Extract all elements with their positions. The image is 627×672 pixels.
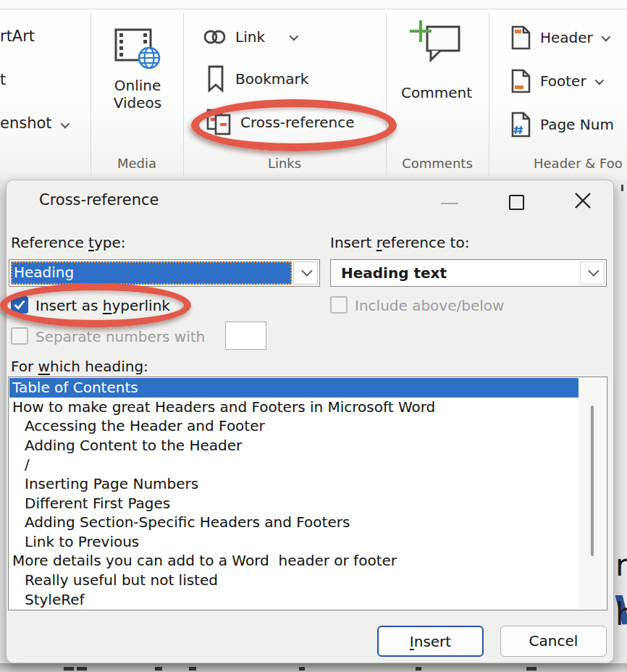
- page-number-label: Page Num: [540, 116, 614, 133]
- footer-label: Footer: [540, 72, 586, 90]
- cancel-button[interactable]: Cancel: [500, 626, 607, 657]
- group-separator: [91, 13, 91, 175]
- insert-reference-to-combobox[interactable]: Heading text: [330, 259, 607, 287]
- insert-reference-to-label: Insert reference to:: [330, 234, 469, 251]
- group-separator: [386, 13, 387, 175]
- online-videos-label-line2: Videos: [101, 94, 174, 112]
- new-comment-icon: [408, 19, 465, 68]
- maximize-button[interactable]: [509, 195, 524, 210]
- group-label-media: Media: [91, 154, 183, 174]
- reference-type-selected-value: Heading: [11, 261, 292, 285]
- background-text-fragment: [64, 667, 74, 671]
- comment-label: Comment: [390, 84, 484, 101]
- chevron-down-icon: [601, 32, 610, 41]
- comment-button[interactable]: Comment: [390, 19, 484, 109]
- heading-list-item[interactable]: Different First Pages: [9, 494, 580, 513]
- chevron-down-icon: [594, 75, 604, 85]
- background-text-fragment: [77, 667, 87, 671]
- header-label: Header: [540, 29, 593, 46]
- reference-type-combobox[interactable]: Heading: [9, 259, 320, 287]
- separate-numbers-with-input: [225, 322, 266, 350]
- link-label: Link: [235, 28, 265, 46]
- group-label-header-footer: Header & Foo: [489, 154, 627, 174]
- heading-list-item[interactable]: Adding Content to the Header: [9, 436, 580, 455]
- background-text-fragment: h: [615, 597, 627, 632]
- link-button[interactable]: Link: [203, 23, 308, 51]
- heading-list: Table of ContentsHow to make great Heade…: [9, 378, 580, 609]
- background-text-fragment: [155, 667, 162, 671]
- ribbon-button-screenshot-clipped[interactable]: enshot: [0, 114, 67, 132]
- chart-label: t: [0, 71, 6, 88]
- background-text-fragment: r: [615, 547, 627, 583]
- listbox-scrollbar-track[interactable]: [578, 378, 606, 609]
- close-button[interactable]: [573, 191, 592, 210]
- group-separator: [183, 13, 184, 175]
- bookmark-button[interactable]: Bookmark: [207, 64, 330, 94]
- bookmark-icon: [207, 65, 224, 93]
- online-video-icon: [114, 28, 161, 71]
- heading-list-item[interactable]: StyleRef: [9, 590, 580, 609]
- minimize-button: [441, 203, 458, 204]
- heading-list-item[interactable]: Accessing the Header and Footer: [9, 416, 580, 436]
- group-label-links: Links: [183, 154, 386, 174]
- heading-list-item[interactable]: More details you can add to a Word heade…: [9, 551, 580, 571]
- for-which-heading-label: For which heading:: [11, 358, 148, 375]
- background-text-fragment: [299, 667, 305, 671]
- header-icon: [511, 25, 531, 50]
- heading-list-item[interactable]: /: [9, 455, 580, 474]
- group-separator: [489, 13, 489, 175]
- heading-list-item[interactable]: Inserting Page Numbers: [9, 474, 580, 494]
- annotation-ellipse-insert-as-hyperlink: [0, 283, 191, 327]
- background-text-fragment: [189, 667, 196, 671]
- heading-list-item[interactable]: Link to Previous: [9, 532, 580, 552]
- reference-type-dropdown-button[interactable]: [293, 261, 318, 285]
- chevron-down-icon: [301, 265, 313, 277]
- background-text-fragment: [416, 667, 421, 671]
- separate-numbers-with-label: Separate numbers with: [35, 328, 205, 345]
- screen: rtArt t enshot Online Videos Media: [0, 0, 627, 672]
- chevron-down-icon: [290, 31, 299, 41]
- include-above-below-checkbox: [330, 296, 348, 314]
- page-number-button[interactable]: Page Num: [511, 110, 627, 139]
- heading-list-item[interactable]: Adding Section-Specific Headers and Foot…: [9, 513, 580, 532]
- separate-numbers-with-checkbox: [11, 327, 28, 345]
- online-videos-button[interactable]: Online Videos: [101, 20, 174, 136]
- footer-icon: [511, 69, 531, 93]
- annotation-ellipse-cross-reference: [191, 99, 397, 151]
- reference-type-label: Reference type:: [11, 234, 126, 251]
- include-above-below-label: Include above/below: [355, 297, 504, 314]
- document-background-strip: W r h: [613, 180, 627, 672]
- insert-reference-to-dropdown-button[interactable]: [580, 261, 605, 285]
- online-videos-label-line1: Online: [101, 77, 174, 94]
- group-label-comments: Comments: [386, 154, 489, 174]
- page-number-icon: [511, 112, 531, 138]
- dialog-title: Cross-reference: [39, 191, 159, 209]
- heading-listbox[interactable]: Table of ContentsHow to make great Heade…: [8, 377, 607, 610]
- heading-list-item[interactable]: How to make great Headers and Footers in…: [9, 398, 580, 417]
- heading-list-item[interactable]: Table of Contents: [9, 378, 580, 398]
- insert-reference-to-selected-value: Heading text: [341, 260, 447, 286]
- header-button[interactable]: Header: [511, 23, 627, 52]
- smartart-label: rtArt: [0, 28, 35, 45]
- heading-list-item[interactable]: Really useful but not listed: [9, 571, 580, 590]
- insert-button[interactable]: Insert: [377, 626, 484, 657]
- footer-button[interactable]: Footer: [511, 67, 627, 96]
- background-text-fragment: [621, 185, 623, 191]
- bookmark-label: Bookmark: [235, 70, 308, 88]
- chevron-down-icon: [588, 265, 599, 277]
- ribbon-button-chart-clipped[interactable]: t: [0, 71, 6, 88]
- listbox-scrollbar-thumb[interactable]: [591, 406, 594, 556]
- ribbon-button-smartart-clipped[interactable]: rtArt: [0, 28, 35, 45]
- cross-reference-dialog: Cross-reference Reference type: Heading …: [6, 180, 614, 663]
- ribbon-top-strip: [0, 0, 627, 9]
- chevron-down-icon: [60, 119, 70, 129]
- document-background-bottom: [0, 663, 627, 672]
- background-text-fragment: [526, 667, 536, 671]
- link-icon: [203, 28, 227, 46]
- screenshot-label: enshot: [0, 114, 52, 132]
- ribbon: rtArt t enshot Online Videos Media: [0, 0, 627, 180]
